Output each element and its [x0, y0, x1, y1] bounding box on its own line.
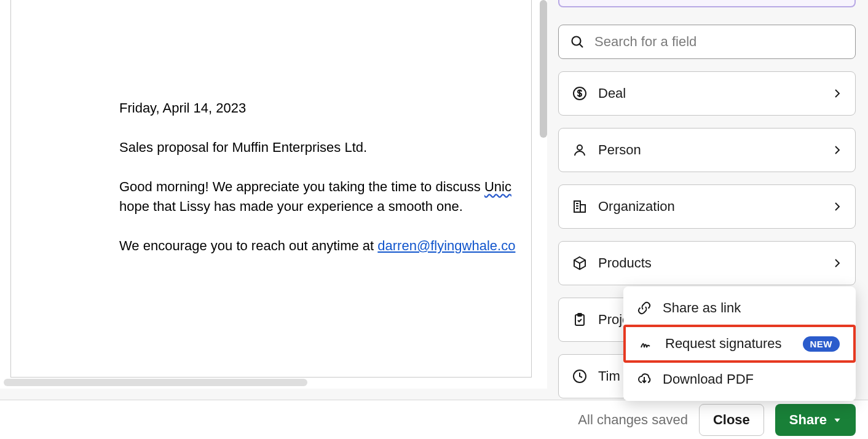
building-icon	[571, 199, 588, 214]
field-row-products[interactable]: Products	[558, 241, 856, 285]
caret-down-icon	[833, 416, 842, 424]
save-status: All changes saved	[578, 412, 688, 428]
svg-point-0	[572, 37, 581, 45]
field-row-deal[interactable]: Deal	[558, 71, 856, 116]
svg-point-3	[577, 145, 582, 150]
field-label: Person	[598, 142, 832, 158]
clock-icon	[571, 369, 588, 384]
menu-label: Share as link	[663, 300, 842, 316]
field-row-person[interactable]: Person	[558, 128, 856, 172]
chevron-right-icon	[832, 88, 843, 99]
field-row-organization[interactable]: Organization	[558, 184, 856, 229]
box-icon	[571, 256, 588, 271]
doc-subject: Sales proposal for Muffin Enterprises Lt…	[119, 138, 519, 157]
clipboard-icon	[571, 312, 588, 327]
field-label: Organization	[598, 199, 832, 215]
menu-label: Request signatures	[665, 336, 803, 352]
share-menu: Share as link Request signatures NEW Dow…	[623, 287, 856, 401]
vertical-scrollbar[interactable]	[540, 0, 547, 138]
document-area: Friday, April 14, 2023 Sales proposal fo…	[0, 0, 547, 389]
svg-line-1	[580, 44, 583, 47]
close-button[interactable]: Close	[699, 404, 764, 436]
chevron-right-icon	[832, 144, 843, 156]
link-icon	[637, 301, 652, 315]
document-content: Friday, April 14, 2023 Sales proposal fo…	[11, 0, 531, 287]
new-badge: NEW	[803, 336, 840, 352]
menu-label: Download PDF	[663, 371, 842, 387]
doc-date: Friday, April 14, 2023	[119, 98, 519, 118]
person-icon	[571, 143, 588, 157]
menu-download-pdf[interactable]: Download PDF	[623, 363, 856, 396]
share-button[interactable]: Share	[775, 404, 856, 436]
chevron-right-icon	[832, 201, 843, 212]
search-field-box[interactable]	[558, 25, 856, 59]
svg-marker-14	[834, 418, 840, 422]
email-link[interactable]: darren@flyingwhale.co	[377, 238, 515, 253]
dollar-icon	[571, 86, 588, 101]
document-page: Friday, April 14, 2023 Sales proposal fo…	[10, 0, 532, 378]
menu-request-signatures[interactable]: Request signatures NEW	[623, 325, 856, 363]
doc-body: Good morning! We appreciate you taking t…	[119, 177, 519, 216]
horizontal-scrollbar[interactable]	[4, 379, 307, 386]
doc-reachout: We encourage you to reach out anytime at…	[119, 236, 519, 256]
menu-share-as-link[interactable]: Share as link	[623, 291, 856, 325]
sidebar-top-panel	[558, 0, 856, 7]
signature-icon	[639, 336, 654, 351]
download-icon	[637, 372, 652, 387]
chevron-right-icon	[832, 258, 843, 269]
search-input[interactable]	[594, 34, 844, 50]
footer-bar: All changes saved Close Share	[0, 400, 868, 439]
field-label: Products	[598, 255, 832, 271]
spellcheck-word[interactable]: Unic	[484, 179, 511, 194]
search-icon	[570, 34, 585, 49]
svg-rect-5	[580, 205, 585, 212]
field-label: Deal	[598, 85, 832, 101]
